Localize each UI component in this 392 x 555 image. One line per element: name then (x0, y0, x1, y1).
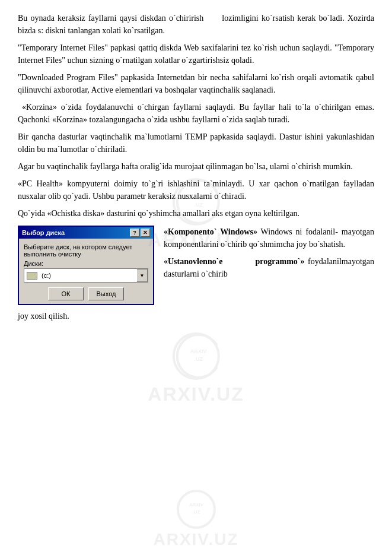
drive-select-arrow-icon[interactable]: ▼ (137, 269, 148, 282)
main-content: Bu oynada keraksiz fayllarni qaysi diskd… (18, 12, 374, 322)
paragraph-1: Bu oynada keraksiz fayllarni qaysi diskd… (18, 12, 374, 37)
dialog-title: Выбор диска (22, 229, 130, 236)
ustanovlenno-label: «Ustanovlenno`e programmo`» (164, 257, 305, 266)
svg-text:ARXIV: ARXIV (189, 502, 203, 508)
dialog-and-text: Выбор диска ? ✕ Выберите диск, на которо… (18, 226, 374, 305)
svg-text:ARXIV: ARXIV (190, 348, 207, 354)
komponento-label: «Komponento` Windows» (164, 227, 257, 236)
dialog-drive-select[interactable]: (c:) ▼ (24, 268, 148, 283)
dialog-body: Выберите диск, на котором следует выполн… (19, 239, 153, 304)
bottom-logo-text: ARXIV.UZ (153, 530, 238, 549)
dialog-close-button[interactable]: ✕ (141, 229, 150, 237)
dialog-instruction-label: Выберите диск, на котором следует выполн… (24, 243, 148, 258)
dialog-help-button[interactable]: ? (130, 229, 139, 237)
dialog-right-description: «Komponento` Windows» Windows ni fodalan… (164, 226, 374, 285)
paragraph-6: Agar bu vaqtinchalik fayllarga hafta ora… (18, 160, 374, 173)
svg-text:.UZ: .UZ (192, 509, 200, 515)
dialog-buttons: ОК Выход (24, 287, 148, 300)
dialog-titlebar: Выбор диска ? ✕ (19, 227, 153, 239)
ustanovlenno-text: «Ustanovlenno`e programmo`» foydalanilma… (164, 255, 374, 280)
paragraph-4: «Korzina» o`zida foydalanuvchi o`chirgan… (18, 101, 374, 126)
svg-point-3 (177, 335, 218, 378)
paragraph-5: Bir qancha dasturlar vaqtinchalik ma`lum… (18, 131, 374, 156)
watermark-lower: ARXIV .UZ ARXIV.UZ (148, 332, 244, 405)
dialog-title-buttons: ? ✕ (130, 229, 150, 237)
disk-select-dialog[interactable]: Выбор диска ? ✕ Выберите диск, на которо… (18, 226, 154, 305)
paragraph-7: «PC Health» kompyuterni doimiy to`g`ri i… (18, 177, 374, 202)
paragraph-8: Qo`yida «Ochistka diska» dasturini qo`ys… (18, 207, 374, 220)
watermark-bottom: ARXIV .UZ ARXIV.UZ (153, 489, 238, 549)
dialog-cancel-button[interactable]: Выход (88, 287, 124, 300)
footer-text: joy xosil qilish. (18, 310, 374, 322)
komponento-text: «Komponento` Windows» Windows ni fodalan… (164, 226, 374, 250)
paragraph-2: "Temporary Internet Files" papkasi qatti… (18, 42, 374, 66)
dialog-ok-button[interactable]: ОК (48, 287, 84, 300)
arxiv-circle-lower: ARXIV .UZ (173, 332, 220, 380)
dialog-drive-value: (c:) (24, 269, 137, 282)
dialog-field-label: Диски: (24, 260, 148, 267)
arxiv-logo-text-lower: ARXIV.UZ (148, 383, 244, 405)
svg-text:.UZ: .UZ (194, 356, 203, 362)
paragraph-3: "Downloaded Program Files" papkasida Int… (18, 71, 374, 96)
